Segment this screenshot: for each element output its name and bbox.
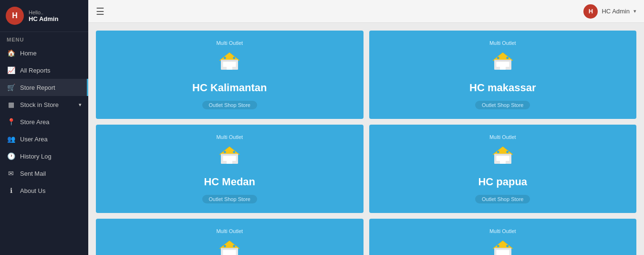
card-store-icon-medan bbox=[218, 144, 241, 171]
sidebar-label-stock-in-store: Stock in Store bbox=[20, 101, 59, 108]
svg-rect-29 bbox=[494, 154, 511, 155]
main-content: ☰ H HC Admin ▾ Multi Outlet HC Kalimanta… bbox=[88, 0, 644, 255]
svg-rect-22 bbox=[224, 151, 226, 153]
sidebar-label-store-report: Store Report bbox=[20, 84, 55, 91]
svg-rect-13 bbox=[494, 60, 511, 61]
sidebar-label-user-area: User Area bbox=[20, 136, 48, 143]
store-area-icon: 📍 bbox=[7, 118, 15, 126]
card-store-icon-papua bbox=[491, 144, 514, 171]
card-title-makassar: HC makassar bbox=[469, 82, 536, 94]
svg-rect-43 bbox=[500, 250, 506, 255]
cards-container: Multi Outlet HC Kalimantan Outlet Shop S… bbox=[88, 23, 644, 255]
card-store-icon-kalimantan bbox=[218, 50, 241, 77]
card-store-icon-surabaya bbox=[491, 238, 514, 255]
card-subtitle-kalimantan: Outlet Shop Store bbox=[202, 101, 257, 109]
user-area-icon: 👥 bbox=[7, 135, 15, 143]
sidebar-nav: 🏠 Home 📈 All Reports 🛒 Store Report ▦ St… bbox=[0, 44, 88, 199]
svg-rect-31 bbox=[506, 151, 509, 153]
card-multi-outlet-makassar: Multi Outlet bbox=[489, 40, 516, 46]
svg-rect-47 bbox=[506, 245, 509, 247]
topbar-avatar: H bbox=[583, 4, 598, 19]
topbar-username: HC Admin bbox=[602, 8, 630, 15]
sidebar-item-stock-in-store[interactable]: ▦ Stock in Store ▾ bbox=[0, 96, 88, 113]
about-us-icon: ℹ bbox=[7, 187, 15, 194]
card-multi-outlet-surabaya: Multi Outlet bbox=[489, 228, 516, 234]
card-sidoarjo[interactable]: Multi Outlet HC sidoarjo Outlet Shop Sto… bbox=[96, 219, 364, 255]
card-multi-outlet-sidoarjo: Multi Outlet bbox=[216, 228, 243, 234]
sidebar-item-all-reports[interactable]: 📈 All Reports bbox=[0, 62, 88, 79]
sidebar: H Hello.. HC Admin MENU 🏠 Home 📈 All Rep… bbox=[0, 0, 88, 255]
svg-marker-12 bbox=[493, 53, 513, 61]
svg-rect-11 bbox=[500, 62, 506, 70]
card-store-icon-sidoarjo bbox=[218, 238, 241, 255]
card-surabaya[interactable]: Multi Outlet HC Surabaya Outlet Shop Sto… bbox=[369, 219, 637, 255]
svg-marker-20 bbox=[219, 147, 239, 155]
svg-marker-4 bbox=[219, 53, 239, 61]
sidebar-user-info: Hello.. HC Admin bbox=[29, 10, 58, 22]
sidebar-item-history-log[interactable]: 🕐 History Log bbox=[0, 148, 88, 165]
svg-rect-6 bbox=[224, 57, 226, 59]
history-log-icon: 🕐 bbox=[7, 152, 15, 160]
sidebar-item-sent-mail[interactable]: ✉ Sent Mail bbox=[0, 165, 88, 182]
hamburger-icon[interactable]: ☰ bbox=[96, 6, 104, 17]
svg-rect-45 bbox=[494, 248, 511, 249]
cards-grid: Multi Outlet HC Kalimantan Outlet Shop S… bbox=[96, 31, 636, 255]
svg-rect-15 bbox=[506, 57, 509, 59]
sidebar-label-sent-mail: Sent Mail bbox=[20, 170, 46, 177]
svg-marker-28 bbox=[493, 147, 513, 155]
card-medan[interactable]: Multi Outlet HC Medan Outlet Shop Store bbox=[96, 125, 364, 213]
card-title-kalimantan: HC Kalimantan bbox=[192, 82, 267, 94]
svg-rect-39 bbox=[233, 245, 236, 247]
svg-rect-35 bbox=[227, 250, 232, 255]
card-makassar[interactable]: Multi Outlet HC makassar Outlet Shop Sto… bbox=[369, 31, 637, 119]
home-icon: 🏠 bbox=[7, 49, 15, 57]
sidebar-header: H Hello.. HC Admin bbox=[0, 0, 88, 32]
topbar-chevron-icon: ▾ bbox=[634, 8, 636, 14]
sidebar-label-about-us: About Us bbox=[20, 187, 45, 194]
sent-mail-icon: ✉ bbox=[7, 170, 15, 177]
sidebar-hello-text: Hello.. bbox=[29, 10, 58, 15]
sidebar-label-store-area: Store Area bbox=[20, 118, 49, 126]
svg-rect-3 bbox=[227, 62, 232, 70]
sidebar-logo: H bbox=[6, 7, 24, 25]
sidebar-item-about-us[interactable]: ℹ About Us bbox=[0, 182, 88, 199]
card-subtitle-papua: Outlet Shop Store bbox=[475, 195, 530, 203]
sidebar-username: HC Admin bbox=[29, 15, 58, 22]
sidebar-item-user-area[interactable]: 👥 User Area bbox=[0, 130, 88, 148]
sidebar-label-all-reports: All Reports bbox=[20, 67, 51, 74]
card-title-papua: HC papua bbox=[478, 176, 527, 188]
card-kalimantan[interactable]: Multi Outlet HC Kalimantan Outlet Shop S… bbox=[96, 31, 364, 119]
svg-rect-21 bbox=[221, 154, 238, 155]
svg-rect-38 bbox=[224, 245, 226, 247]
svg-rect-7 bbox=[233, 57, 236, 59]
store-report-icon: 🛒 bbox=[7, 84, 15, 91]
svg-rect-37 bbox=[221, 248, 238, 249]
topbar-user-menu[interactable]: H HC Admin ▾ bbox=[583, 4, 636, 19]
card-store-icon-makassar bbox=[491, 50, 514, 77]
card-papua[interactable]: Multi Outlet HC papua Outlet Shop Store bbox=[369, 125, 637, 213]
svg-rect-23 bbox=[233, 151, 236, 153]
card-multi-outlet-papua: Multi Outlet bbox=[489, 134, 516, 140]
svg-rect-27 bbox=[500, 156, 506, 164]
svg-rect-30 bbox=[497, 151, 499, 153]
sidebar-menu-label: MENU bbox=[0, 32, 88, 44]
topbar: ☰ H HC Admin ▾ bbox=[88, 0, 644, 23]
sidebar-item-store-area[interactable]: 📍 Store Area bbox=[0, 113, 88, 130]
all-reports-icon: 📈 bbox=[7, 66, 15, 74]
card-subtitle-medan: Outlet Shop Store bbox=[202, 195, 257, 203]
svg-rect-46 bbox=[497, 245, 499, 247]
card-subtitle-makassar: Outlet Shop Store bbox=[475, 101, 530, 109]
chevron-stock-in-store-icon: ▾ bbox=[79, 102, 82, 108]
card-multi-outlet-medan: Multi Outlet bbox=[216, 134, 243, 140]
svg-rect-19 bbox=[227, 156, 232, 164]
sidebar-label-home: Home bbox=[20, 50, 37, 57]
sidebar-item-home[interactable]: 🏠 Home bbox=[0, 44, 88, 62]
sidebar-item-store-report[interactable]: 🛒 Store Report bbox=[0, 79, 88, 96]
sidebar-label-history-log: History Log bbox=[20, 153, 52, 160]
card-title-medan: HC Medan bbox=[204, 176, 255, 188]
stock-in-store-icon: ▦ bbox=[7, 101, 15, 108]
svg-rect-14 bbox=[497, 57, 499, 59]
card-multi-outlet-kalimantan: Multi Outlet bbox=[216, 40, 243, 46]
svg-rect-5 bbox=[221, 60, 238, 61]
svg-marker-44 bbox=[493, 241, 513, 249]
